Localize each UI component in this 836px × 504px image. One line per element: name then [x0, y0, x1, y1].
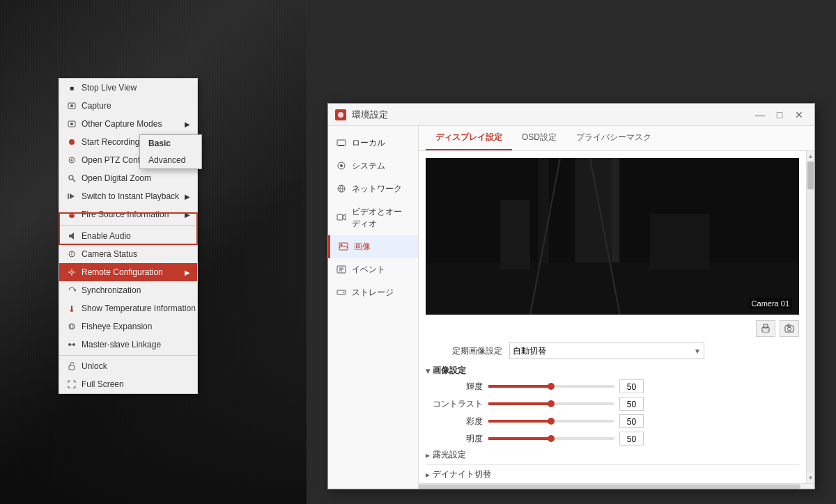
svg-marker-17	[75, 289, 76, 292]
fisheye-icon	[66, 321, 77, 332]
camera-status-icon	[66, 249, 77, 260]
instant-playback-icon	[66, 191, 77, 202]
contrast-fill	[488, 402, 551, 405]
preview-print-button[interactable]	[756, 320, 775, 337]
periodic-image-select[interactable]: 自動切替 ▼	[509, 342, 704, 359]
svg-rect-55	[764, 330, 768, 332]
svg-rect-34	[337, 214, 343, 220]
sidebar-item-event[interactable]: イベント	[328, 258, 418, 281]
menu-item-digital-zoom[interactable]: Open Digital Zoom	[59, 169, 197, 187]
fire-source-icon	[66, 209, 77, 220]
preview-capture-button[interactable]	[780, 320, 799, 337]
tab-privacy[interactable]: プライバシーマスク	[566, 126, 661, 150]
saturation-row: 彩度 50	[426, 414, 799, 428]
contrast-track[interactable]	[488, 402, 614, 405]
sidebar-item-image[interactable]: 画像	[328, 235, 418, 258]
window-body: ローカル システム ネットワーク ビデオとオーディオ	[328, 126, 814, 489]
periodic-image-label: 定期画像設定	[426, 345, 509, 357]
menu-item-fullscreen[interactable]: Full Screen	[59, 375, 197, 393]
svg-marker-35	[343, 214, 346, 220]
svg-line-8	[73, 180, 76, 182]
brightness2-track[interactable]	[488, 437, 614, 440]
saturation-track[interactable]	[488, 420, 614, 423]
bottom-scrollbar[interactable]	[419, 483, 814, 489]
contrast-thumb	[548, 400, 555, 407]
divider-1	[426, 464, 799, 465]
ptz-icon	[66, 155, 77, 166]
minimize-button[interactable]: —	[752, 108, 768, 122]
submenu-item-advanced[interactable]: Advanced	[140, 152, 201, 168]
menu-item-remote-config[interactable]: Remote Configuration ▶	[59, 263, 197, 281]
svg-point-19	[70, 309, 73, 312]
menu-item-master-slave[interactable]: Master-slave Linkage	[59, 336, 197, 354]
menu-item-other-capture[interactable]: Other Capture Modes ▶	[59, 115, 197, 133]
menu-item-fisheye[interactable]: Fisheye Expansion	[59, 317, 197, 336]
submenu-remote-config: Basic Advanced	[139, 134, 202, 169]
svg-point-57	[788, 327, 791, 331]
scroll-up-arrow[interactable]: ▲	[808, 151, 814, 162]
camera-preview: Camera 01	[426, 158, 799, 315]
exposure-section[interactable]: 露光設定	[426, 449, 799, 461]
saturation-thumb	[548, 418, 555, 425]
sidebar-item-video-audio[interactable]: ビデオとオーディオ	[328, 200, 418, 235]
close-button[interactable]: ✕	[791, 108, 807, 122]
svg-point-3	[70, 123, 73, 125]
window-title-icon	[335, 109, 346, 120]
scroll-down-arrow[interactable]: ▼	[808, 473, 814, 483]
menu-item-show-temperature[interactable]: Show Temperature Information	[59, 299, 197, 317]
svg-rect-27	[337, 140, 346, 145]
brightness-label: 輝度	[433, 381, 488, 393]
video-audio-icon	[336, 212, 348, 223]
brightness-thumb	[548, 383, 555, 390]
day-night-section[interactable]: デイナイト切替	[426, 468, 799, 480]
storage-icon	[336, 288, 348, 299]
menu-item-fire-source[interactable]: Fire Source Information ▶	[59, 205, 197, 223]
svg-rect-52	[650, 214, 710, 269]
svg-point-43	[343, 292, 345, 293]
other-capture-arrow: ▶	[185, 120, 190, 128]
menu-item-stop-live[interactable]: ■ Stop Live View	[59, 79, 197, 97]
menu-item-synchronization[interactable]: Synchronization	[59, 281, 197, 299]
svg-point-30	[340, 164, 343, 167]
tab-osd[interactable]: OSD設定	[512, 126, 566, 150]
menu-item-instant-playback[interactable]: Switch to Instant Playback ▶	[59, 187, 197, 205]
svg-marker-9	[70, 194, 75, 199]
svg-rect-25	[69, 365, 75, 370]
sidebar-item-local[interactable]: ローカル	[328, 132, 418, 155]
svg-point-23	[72, 343, 75, 346]
image-settings-header: 画像設定	[426, 365, 799, 377]
saturation-fill	[488, 420, 551, 423]
svg-point-1	[70, 104, 73, 107]
image-icon	[339, 242, 350, 253]
brightness-track[interactable]	[488, 385, 614, 388]
menu-item-enable-audio[interactable]: Enable Audio	[59, 227, 197, 245]
context-menu: ■ Stop Live View Capture Other Capture M…	[59, 78, 198, 394]
maximize-button[interactable]: □	[771, 108, 788, 122]
svg-point-16	[70, 271, 73, 274]
brightness-row: 輝度 50	[426, 379, 799, 393]
svg-point-7	[69, 175, 73, 180]
camera-preview-inner	[426, 158, 799, 315]
submenu-item-basic[interactable]: Basic	[140, 135, 201, 152]
menu-item-capture[interactable]: Capture	[59, 97, 197, 115]
main-content: ディスプレイ設定 OSD設定 プライバシーマスク	[419, 126, 814, 483]
temperature-icon	[66, 303, 77, 314]
contrast-row: コントラスト 50	[426, 397, 799, 411]
remote-config-icon	[66, 267, 77, 278]
right-scrollbar[interactable]: ▲ ▼	[806, 151, 814, 483]
menu-item-unlock[interactable]: Unlock	[59, 357, 197, 375]
sidebar-item-system[interactable]: システム	[328, 155, 418, 178]
tab-display[interactable]: ディスプレイ設定	[426, 126, 512, 150]
event-icon	[336, 265, 348, 276]
scroll-track[interactable]	[807, 162, 814, 473]
sidebar-item-storage[interactable]: ストレージ	[328, 281, 418, 304]
contrast-label: コントラスト	[433, 398, 488, 410]
menu-item-camera-status[interactable]: Camera Status	[59, 245, 197, 263]
brightness2-fill	[488, 437, 551, 440]
sidebar-item-network[interactable]: ネットワーク	[328, 178, 418, 200]
separator-2	[59, 355, 197, 356]
svg-point-26	[338, 112, 343, 118]
brightness2-value: 50	[619, 432, 644, 446]
select-arrow: ▼	[694, 347, 701, 355]
digital-zoom-icon	[66, 173, 77, 184]
